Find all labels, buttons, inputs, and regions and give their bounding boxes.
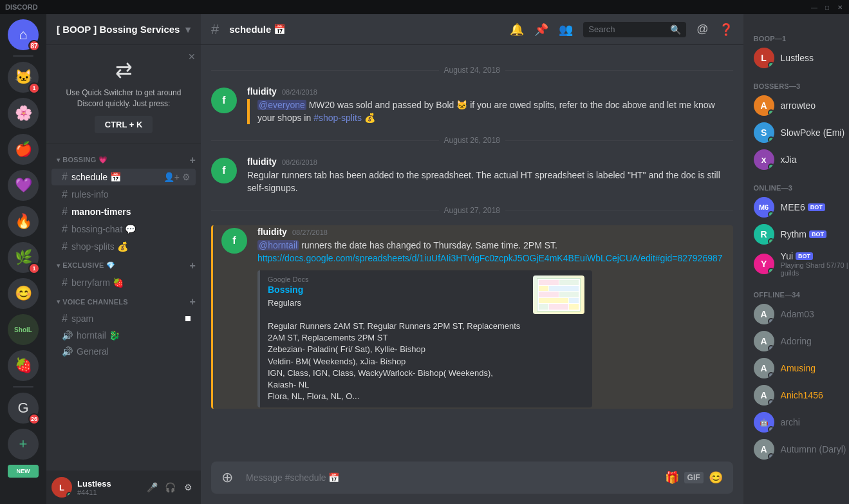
msg-content-1: fluidity 08/24/2018 @everyone MW20 was s… [247, 86, 733, 124]
msg-header-3: fluidity 08/27/2018 [257, 227, 723, 237]
member-archi[interactable]: 🤖 archi [749, 409, 849, 435]
search-input[interactable] [588, 24, 667, 34]
category-exclusive-header[interactable]: ▾ EXCLUSIVE 💎 + [46, 257, 201, 274]
add-attachment-button[interactable]: ⊕ [221, 462, 241, 494]
server-name-bar[interactable]: [ BOOP ] Bossing Services ▾ [46, 14, 201, 45]
mic-button[interactable]: 🎤 [144, 480, 160, 495]
channel-spam[interactable]: # spam [51, 310, 196, 327]
category-chevron-bossing: ▾ [57, 156, 60, 163]
status-dot [768, 109, 774, 116]
channel-spam-label: spam [71, 313, 93, 324]
voice-channel-horntail[interactable]: 🔊 horntail 🐉 [51, 328, 196, 343]
status-dot [768, 136, 774, 143]
minimize-button[interactable]: — [810, 3, 818, 11]
close-button[interactable]: ✕ [836, 3, 844, 11]
settings-button[interactable]: ⚙ [180, 480, 196, 495]
status-dot [768, 238, 774, 245]
msg-timestamp-2: 08/26/2018 [282, 158, 317, 166]
channel-berryfarm-label: berryfarm 🍓 [71, 277, 124, 288]
status-dot [768, 211, 774, 218]
bell-icon[interactable]: 🔔 [510, 23, 524, 37]
msg-header-1: fluidity 08/24/2018 [247, 86, 733, 97]
server-icon-1[interactable]: 🐱 1 [8, 62, 39, 93]
status-dot [768, 163, 774, 170]
channel-schedule-label: schedule 📅 [71, 172, 121, 182]
add-user-icon[interactable]: 👤+ [163, 172, 180, 182]
server-icon-6[interactable]: 🌿 1 [8, 242, 39, 273]
channel-shop-splits[interactable]: # shop-splits 💰 [51, 238, 196, 255]
server-icon-9[interactable]: 🍓 [8, 350, 39, 381]
category-exclusive-add[interactable]: + [189, 260, 196, 272]
server-icon-4[interactable]: 💜 [8, 170, 39, 201]
server-icon-2[interactable]: 🌸 [8, 98, 39, 129]
member-adam03[interactable]: A Adam03 [749, 301, 849, 327]
member-mee6[interactable]: M6 MEE6 BOT [749, 194, 849, 220]
gift-icon[interactable]: 🎁 [665, 471, 679, 485]
emoji-button[interactable]: 😊 [709, 471, 723, 485]
member-slowpoke[interactable]: S SlowPoke (Emi) 📱 [749, 120, 849, 145]
qs-close-button[interactable]: ✕ [188, 51, 196, 62]
pin-icon[interactable]: 📌 [534, 23, 548, 37]
search-bar[interactable]: 🔍 [583, 22, 686, 37]
channel-hash-icon: # [62, 277, 68, 288]
category-bossing-header[interactable]: ▾ BOSSING 💗 + [46, 152, 201, 169]
server-icon-7[interactable]: 😊 [8, 278, 39, 309]
user-discriminator: #4411 [77, 489, 139, 496]
member-name-amusing: Amusing [781, 363, 816, 373]
headset-button[interactable]: 🎧 [162, 480, 178, 495]
add-server-button[interactable]: + [8, 429, 39, 460]
category-boop: BOOP—1 [749, 30, 849, 45]
msg-avatar-2: f [211, 158, 237, 183]
category-bossing-add[interactable]: + [189, 154, 196, 166]
member-name-slowpoke: SlowPoke (Emi) 📱 [781, 127, 849, 138]
server-icon-5[interactable]: 🔥 [8, 206, 39, 237]
member-yui[interactable]: Y Yui BOT Playing Shard 57/70 | 1,983 gu… [749, 248, 849, 279]
server-icon-8[interactable]: ShoiL [8, 314, 39, 345]
voice-channel-general[interactable]: 🔊 General [51, 344, 196, 359]
member-rythm[interactable]: R Rythm BOT [749, 221, 849, 247]
member-name-arrowteo: arrowteo [781, 100, 816, 111]
channel-manon-timers[interactable]: # manon-timers [51, 203, 196, 220]
member-arrowteo[interactable]: A arrowteo [749, 93, 849, 118]
settings-icon[interactable]: ⚙ [182, 172, 191, 182]
members-icon[interactable]: 👥 [559, 23, 573, 37]
help-icon[interactable]: ❓ [719, 23, 733, 37]
channel-bossing-chat[interactable]: # bossing-chat 💬 [51, 221, 196, 238]
msg-link-spreadsheet[interactable]: https://docs.google.com/spreadsheets/d/1… [257, 253, 723, 263]
date-divider-aug24: August 24, 2018 [211, 66, 733, 75]
category-bossers: BOSSERS—3 [749, 77, 849, 93]
channel-rules-info[interactable]: # rules-info [51, 186, 196, 203]
member-xjia[interactable]: x xJia [749, 147, 849, 173]
message-input[interactable] [241, 465, 665, 490]
channel-berryfarm[interactable]: # berryfarm 🍓 [51, 274, 196, 291]
channel-schedule[interactable]: # schedule 📅 👤+ ⚙ [51, 169, 196, 185]
channel-hash-icon: # [62, 189, 68, 200]
member-anich1456[interactable]: A Anich1456 [749, 382, 849, 408]
at-icon[interactable]: @ [696, 23, 708, 36]
member-avatar-amusing: A [754, 358, 774, 378]
category-voice-add[interactable]: + [189, 296, 196, 308]
member-avatar-xjia: x [754, 149, 774, 170]
quick-switcher-tooltip: ✕ ⇄ Use Quick Switcher to get around Dis… [46, 48, 201, 144]
msg-channel-shop-splits[interactable]: #shop-splits [313, 113, 362, 123]
status-dot [768, 345, 774, 351]
member-lustless[interactable]: L Lustless [749, 45, 849, 71]
embed-title[interactable]: Bossing [268, 285, 525, 295]
maximize-button[interactable]: □ [823, 3, 831, 11]
home-server-icon[interactable]: ⌂ 87 [8, 19, 39, 50]
server-icon-3[interactable]: 🍎 [8, 134, 39, 165]
msg-content-3: fluidity 08/27/2018 @horntail runners th… [257, 227, 723, 407]
msg-avatar-1: f [211, 88, 237, 113]
category-bossing-label: BOSSING 💗 [62, 156, 107, 164]
user-name: Lustless [77, 479, 139, 489]
member-autumnn[interactable]: A Autumnn (Daryl) [749, 436, 849, 462]
member-amusing[interactable]: A Amusing [749, 355, 849, 381]
msg-content-2: fluidity 08/26/2018 Regular runners tab … [247, 156, 733, 194]
channel-hash-icon: # [62, 241, 68, 252]
server-icon-10[interactable]: G 26 [8, 393, 39, 424]
gif-button[interactable]: GIF [684, 472, 704, 483]
server-sidebar: ⌂ 87 🐱 1 🌸 🍎 💜 🔥 🌿 1 😊 [0, 14, 46, 504]
category-voice-header[interactable]: ▾ VOICE CHANNELS + [46, 294, 201, 310]
member-adoring[interactable]: A Adoring [749, 328, 849, 354]
speaker-icon: 🔊 [62, 330, 73, 341]
